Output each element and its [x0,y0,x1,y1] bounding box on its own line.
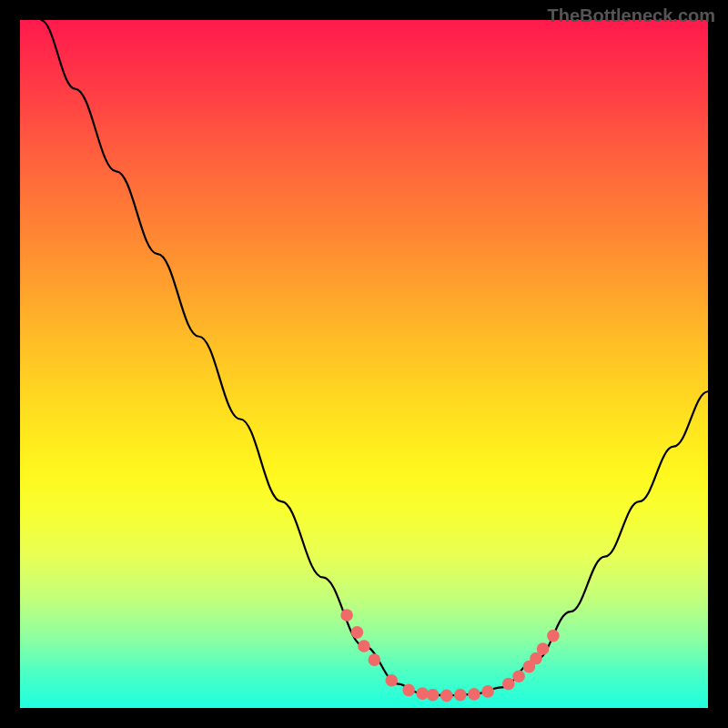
chart-plot-area [20,20,708,708]
chart-marker [427,689,440,702]
chart-marker [358,640,370,652]
chart-marker [369,653,381,666]
chart-curve [41,20,708,695]
chart-marker [454,689,467,702]
watermark-text: TheBottleneck.com [548,5,715,26]
chart-marker [502,678,515,691]
chart-marker [402,684,415,697]
chart-marker [440,690,453,703]
chart-marker [481,685,494,698]
chart-svg [20,20,708,708]
chart-marker [340,609,353,622]
chart-markers [340,609,559,702]
chart-marker [468,688,480,701]
chart-marker [512,670,525,682]
chart-marker [351,626,364,639]
chart-marker [385,674,398,687]
chart-marker [547,630,560,642]
chart-marker [537,642,550,655]
